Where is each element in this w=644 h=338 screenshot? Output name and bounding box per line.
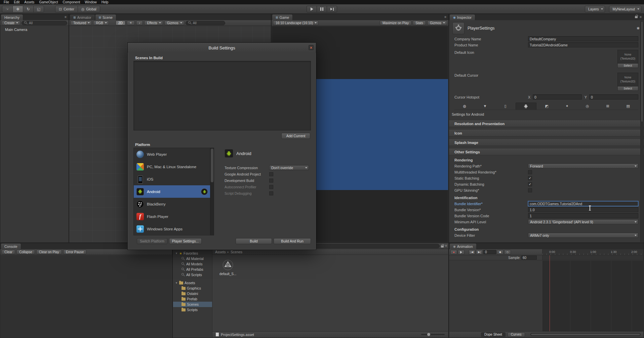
scrollbar-thumb[interactable] [641, 21, 643, 122]
platform-list-scrollbar[interactable] [210, 148, 214, 235]
tree-assets-root[interactable]: ▼ Assets [173, 280, 212, 286]
texture-compression-dropdown[interactable]: Don't override [269, 165, 309, 170]
section-other-settings[interactable]: Other Settings [449, 149, 644, 155]
console-clear-on-play-button[interactable]: Clear on Play [36, 250, 62, 254]
tree-folder-prefab[interactable]: Prefab [173, 296, 212, 302]
slider-knob[interactable] [427, 333, 430, 336]
tree-folder-scripts[interactable]: Scripts [173, 307, 212, 312]
menu-edit[interactable]: Edit [11, 0, 22, 4]
tree-all-material[interactable]: All Material [173, 256, 212, 261]
asset-item-default-scene[interactable]: default_S... [217, 259, 239, 276]
pivot-global-button[interactable]: ◎ Global [78, 6, 100, 12]
tab-animation[interactable]: ◉ Animation [449, 243, 477, 249]
lock-icon[interactable] [635, 16, 638, 18]
tab-game[interactable]: ⊞ Game [272, 14, 293, 20]
shading-mode-dropdown[interactable]: Textured [71, 21, 92, 25]
platform-tab-standalone[interactable]: ▼ [475, 103, 495, 110]
tree-folder-graphics[interactable]: Graphics [173, 286, 212, 291]
panel-menu-icon[interactable]: ≡ [65, 15, 67, 19]
scene-gizmos-dropdown[interactable]: Gizmos [164, 21, 184, 25]
foldout-arrow-icon[interactable]: ▼ [175, 281, 178, 285]
anim-play-button[interactable] [458, 250, 465, 255]
development-build-checkbox[interactable] [269, 179, 273, 183]
scrollbar-thumb[interactable] [211, 149, 213, 182]
maximize-on-play-button[interactable]: Maximize on Play [380, 21, 411, 25]
timeline-scrollbar[interactable] [530, 333, 641, 336]
tree-all-models[interactable]: All Models [173, 261, 212, 267]
build-and-run-button[interactable]: Build And Run [274, 238, 311, 244]
scale-tool-button[interactable]: ◱ [33, 6, 44, 12]
scrollbar-thumb[interactable] [531, 334, 640, 335]
breadcrumb-current[interactable]: Scenes [231, 250, 242, 254]
layers-dropdown[interactable]: Layers [585, 6, 605, 12]
tree-all-prefabs[interactable]: All Prefabs [173, 267, 212, 272]
menu-file[interactable]: File [1, 0, 11, 4]
device-filter-dropdown[interactable]: ARMv7 only [528, 233, 638, 238]
console-log-area[interactable] [1, 255, 172, 337]
section-splash-image[interactable]: Splash Image [449, 139, 644, 146]
minimum-api-level-dropdown[interactable]: Android 2.3.1 'Gingerbread' (API level 9… [528, 219, 638, 224]
scene-audio-toggle[interactable]: ♪ [136, 21, 143, 25]
menu-window[interactable]: Window [82, 0, 99, 4]
console-collapse-button[interactable]: Collapse [16, 250, 35, 254]
scene-lighting-toggle[interactable]: ☀ [127, 21, 135, 25]
platform-item-pc-mac-linux[interactable]: PC, Mac & Linux Standalone [134, 160, 210, 173]
platform-item-android[interactable]: Android [134, 185, 210, 198]
platform-item-windows-store[interactable]: Windows Store Apps [134, 223, 210, 235]
console-clear-button[interactable]: Clear [2, 250, 15, 254]
prev-key-button[interactable]: |◀ [469, 250, 475, 255]
default-icon-select-button[interactable]: Select [617, 64, 638, 68]
platform-tab-nacl[interactable]: ◎ [577, 103, 598, 110]
game-gizmos-dropdown[interactable]: Gizmos [427, 21, 447, 25]
platform-item-blackberry[interactable]: BlackBerry [134, 198, 210, 210]
hierarchy-search-input[interactable]: All [22, 21, 67, 25]
hierarchy-item-main-camera[interactable]: Main Camera [0, 27, 69, 32]
tab-console[interactable]: Console [1, 243, 21, 249]
bundle-version-code-field[interactable]: 1 [528, 213, 638, 218]
static-batching-checkbox[interactable]: ✓ [528, 176, 532, 180]
move-tool-button[interactable]: ✥ [12, 6, 23, 12]
tab-hierarchy[interactable]: Hierarchy [1, 14, 23, 20]
hotspot-x-field[interactable]: 0 [533, 95, 582, 100]
platform-tab-ios[interactable]: ▯ [495, 103, 516, 110]
hierarchy-create-button[interactable]: Create [2, 21, 20, 25]
bundle-version-field[interactable]: 1.0 [528, 207, 638, 212]
lock-icon[interactable] [441, 246, 444, 248]
add-keyframe-button[interactable]: ◆ [497, 250, 504, 255]
rendering-path-dropdown[interactable]: Forward [528, 163, 638, 168]
platform-tab-more[interactable]: ▤ [618, 103, 639, 110]
multithreaded-rendering-checkbox[interactable] [528, 170, 532, 174]
inspector-panel-menu[interactable]: ≡ [635, 15, 642, 19]
scene-search-input[interactable]: All [186, 21, 225, 25]
rotate-tool-button[interactable]: ↻ [23, 6, 34, 12]
tab-inspector[interactable]: ◉ Inspector [449, 14, 475, 20]
animation-property-list[interactable] [449, 261, 543, 331]
breadcrumb-root[interactable]: Assets [215, 250, 226, 254]
add-current-button[interactable]: Add Current [281, 133, 310, 139]
bundle-identifier-field[interactable]: com.ODDTGames.Tutorial2DAnd [528, 201, 638, 206]
foldout-arrow-icon[interactable]: ▼ [175, 252, 178, 255]
platform-tab-web-player[interactable]: ◍ [454, 103, 475, 110]
pause-button[interactable] [317, 6, 327, 12]
timeline-ruler[interactable]: 0:00 0:30 1:00 1:30 2:00 [542, 249, 644, 255]
close-icon[interactable]: × [309, 45, 314, 50]
menu-help[interactable]: Help [99, 0, 111, 4]
next-key-button[interactable]: ▶| [476, 250, 483, 255]
tab-animator[interactable]: ⊞ Animator [70, 14, 95, 20]
tree-favorites[interactable]: ▼ ★ Favorites [173, 251, 212, 256]
settings-gear-icon[interactable]: ✱ [637, 27, 640, 30]
player-settings-button[interactable]: Player Settings... [169, 238, 202, 244]
section-resolution-presentation[interactable]: Resolution and Presentation [449, 120, 644, 127]
dope-sheet-area[interactable] [543, 261, 643, 331]
play-button[interactable] [307, 6, 317, 12]
default-cursor-preview[interactable]: None (Texture2D) [617, 73, 638, 86]
section-icon[interactable]: Icon [449, 130, 644, 137]
panel-menu-icon[interactable]: ≡ [444, 15, 446, 19]
pivot-center-button[interactable]: ⊡ Center [55, 6, 78, 12]
menu-component[interactable]: Component [61, 0, 83, 4]
build-button[interactable]: Build [236, 238, 272, 244]
tab-scene[interactable]: ⊞ Scene [95, 14, 116, 20]
platform-item-flash-player[interactable]: Flash Player [134, 210, 210, 223]
gpu-skinning-checkbox[interactable] [528, 188, 532, 192]
record-button[interactable]: ● [450, 250, 457, 255]
